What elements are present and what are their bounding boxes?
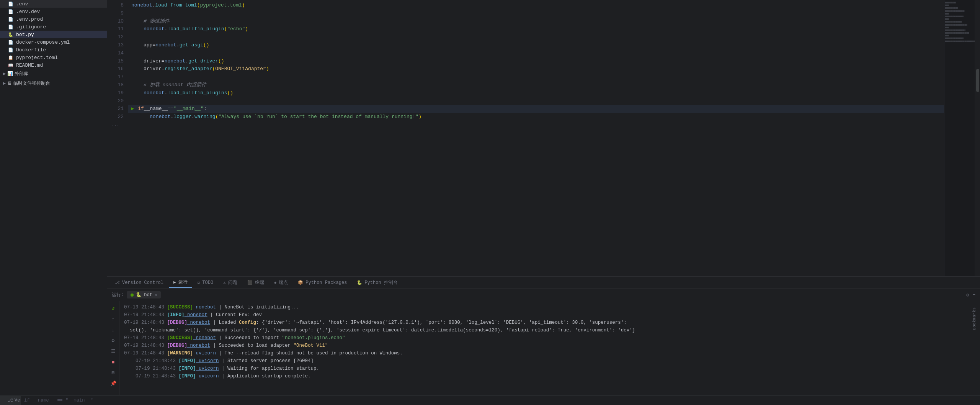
tab-run[interactable]: ▶ 运行: [169, 277, 192, 288]
tab-label-todo: TODO: [202, 280, 213, 285]
session-name-label: bot: [144, 292, 152, 298]
file-pyproject[interactable]: 📋 pyproject.toml: [0, 54, 107, 61]
terminal-controls: ⚙ −: [966, 292, 975, 298]
terminal-title-label: 运行:: [112, 292, 124, 298]
code-line-19: nonebot.load_builtin_plugins(): [128, 89, 944, 97]
terminal-session-tab[interactable]: 🐍 bot ✕: [127, 291, 161, 298]
log-line-3: 07-19 21:48:43 [DEBUG] nonebot | Loaded …: [124, 319, 963, 326]
vertical-scrollbar[interactable]: [975, 0, 980, 276]
python-packages-icon: 📦: [298, 280, 303, 285]
log-line-3b: set(), 'nickname': set(), 'command_start…: [124, 326, 963, 334]
log-line-6: 07-19 21:48:43 [WARNING] uvicorn | The -…: [124, 349, 963, 357]
tab-version-control[interactable]: ⎇ Version Control: [110, 279, 168, 287]
tab-python-packages[interactable]: 📦 Python Packages: [293, 279, 351, 287]
session-active-dot: [131, 294, 134, 297]
restart-button[interactable]: ↺: [109, 304, 118, 313]
run-icon: ▶: [173, 280, 176, 285]
code-line-9: [128, 10, 944, 18]
todo-icon: ☑: [198, 280, 200, 285]
file-label-docker-compose: docker-compose.yml: [16, 39, 70, 45]
file-label-readme: README.md: [16, 62, 43, 68]
run-controls-panel: ↺ ↑ ↓ ⚙ ☰ ■ ⊞ 📌: [107, 301, 119, 395]
tab-label-python-console: Python 控制台: [364, 279, 397, 286]
file-icon-env-prod: 📄: [8, 16, 14, 22]
code-line-22: nonebot.logger.warning("Always use `nb r…: [128, 113, 944, 121]
file-dockerfile[interactable]: 📄 Dockerfile: [0, 46, 107, 54]
file-label-pyproject: pyproject.toml: [16, 55, 58, 61]
layout-button[interactable]: ⊞: [109, 369, 118, 377]
bottom-tab-bar: ⎇ Version Control ▶ 运行 ☑ TODO ⚠ 问题 ⬛ 终: [107, 277, 980, 289]
file-icon-readme: 📖: [8, 62, 14, 68]
code-line-14: [128, 49, 944, 57]
tab-todo[interactable]: ☑ TODO: [193, 279, 218, 287]
file-readme[interactable]: 📖 README.md: [0, 61, 107, 69]
code-line-17: [128, 73, 944, 81]
vcs-icon: ⎇: [8, 397, 13, 403]
code-line-16: driver.register_adapter(ONEBOT_V11Adapte…: [128, 65, 944, 73]
minimize-icon[interactable]: −: [972, 292, 975, 298]
file-env[interactable]: 📄 .env: [0, 0, 107, 8]
code-line-15: driver = nonebot.get_driver(): [128, 57, 944, 66]
scroll-down-button[interactable]: ↓: [109, 326, 118, 334]
tab-problems[interactable]: ⚠ 问题: [219, 278, 242, 287]
code-editor: 8 9 10 11 12 13 14 15 16 17 18 19 20 21 …: [107, 0, 980, 395]
terminal-content-wrapper: ↺ ↑ ↓ ⚙ ☰ ■ ⊞ 📌 07-19 21:48:43 [SUCCESS]: [107, 301, 980, 395]
settings-icon[interactable]: ⚙: [966, 292, 969, 298]
code-content[interactable]: nonebot.load_from_toml( pyproject.toml )…: [128, 0, 944, 276]
problems-icon: ⚠: [223, 280, 226, 285]
settings-run-button[interactable]: ⚙: [109, 336, 118, 345]
file-label-gitignore: .gitignore: [16, 24, 46, 30]
code-line-20: [128, 97, 944, 105]
file-icon-gitignore: 📄: [8, 24, 14, 30]
pin-button[interactable]: 📌: [109, 379, 118, 388]
vertical-tabs: Bookmarks: [968, 301, 980, 395]
file-icon-docker-compose: 📄: [8, 39, 14, 45]
code-line-13: app = nonebot.get_asgi(): [128, 41, 944, 49]
tab-endpoints[interactable]: ◈ 端点: [270, 278, 293, 287]
section-external-libs[interactable]: ▶ 📊 外部库: [0, 69, 107, 79]
tab-label-problems: 问题: [228, 279, 237, 286]
code-line-12: [128, 33, 944, 41]
stop-button[interactable]: ■: [109, 358, 118, 366]
log-line-4: 07-19 21:48:43 [SUCCESS] nonebot | Succe…: [124, 334, 963, 342]
python-console-icon: 🐍: [357, 280, 362, 285]
file-env-prod[interactable]: 📄 .env.prod: [0, 15, 107, 23]
debug-arrow-icon: ▶: [131, 105, 134, 113]
log-line-8: 07-19 21:48:43 [INFO] uvicorn | Waiting …: [124, 365, 963, 372]
file-env-dev[interactable]: 📄 .env.dev: [0, 8, 107, 15]
log-line-7: 07-19 21:48:43 [INFO] uvicorn | Started …: [124, 357, 963, 365]
filter-button[interactable]: ☰: [109, 347, 118, 356]
tab-label-run: 运行: [178, 279, 188, 285]
code-line-18: # 加载 nonebot 内置插件: [128, 81, 944, 89]
terminal-icon: ⬛: [247, 280, 253, 285]
tab-python-console[interactable]: 🐍 Python 控制台: [352, 278, 402, 287]
close-session-icon[interactable]: ✕: [155, 292, 157, 297]
tab-terminal[interactable]: ⬛ 终端: [243, 278, 269, 287]
terminal-session-header: 运行: 🐍 bot ✕ ⚙ −: [107, 289, 980, 301]
scroll-up-button[interactable]: ↑: [109, 315, 118, 323]
file-icon-pyproject: 📋: [8, 54, 14, 61]
file-icon-env: 📄: [8, 1, 14, 7]
file-gitignore[interactable]: 📄 .gitignore: [0, 23, 107, 31]
file-label-env-dev: .env.dev: [16, 9, 40, 15]
tab-label-endpoints: 端点: [279, 279, 288, 286]
file-bot-py[interactable]: 🐍 bot.py: [0, 31, 107, 38]
file-icon-dockerfile: 📄: [8, 47, 14, 53]
line-numbers: 8 9 10 11 12 13 14 15 16 17 18 19 20 21 …: [107, 0, 128, 276]
version-control-icon: ⎇: [115, 280, 120, 285]
code-line-8: nonebot.load_from_toml( pyproject.toml ): [128, 2, 944, 10]
file-icon-bot-py: 🐍: [8, 31, 14, 38]
tab-label-terminal: 终端: [255, 279, 264, 286]
file-label-bot-py: bot.py: [16, 32, 34, 38]
tab-label-python-packages: Python Packages: [305, 280, 347, 285]
terminal-log-output[interactable]: 07-19 21:48:43 [SUCCESS] nonebot | NoneB…: [119, 301, 968, 395]
python-icon-small: 🐍: [136, 292, 142, 298]
bookmarks-tab[interactable]: Bookmarks: [970, 304, 978, 333]
file-label-dockerfile: Dockerfile: [16, 47, 46, 53]
scrollbar-thumb[interactable]: [976, 69, 979, 92]
code-line-21: ▶ if __name__ == "__main__":: [128, 105, 944, 113]
file-docker-compose[interactable]: 📄 docker-compose.yml: [0, 38, 107, 46]
log-line-2: 07-19 21:48:43 [INFO] nonebot | Current …: [124, 311, 963, 319]
file-label-env-prod: .env.prod: [16, 16, 43, 22]
section-temp-files[interactable]: ▶ 🖥 临时文件和控制台: [0, 79, 107, 88]
